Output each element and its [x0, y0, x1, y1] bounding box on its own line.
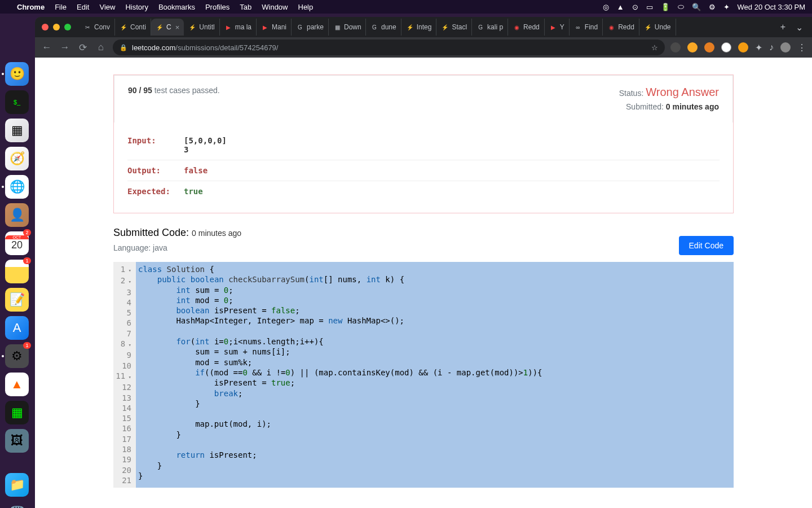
ext-icon[interactable]: [721, 42, 731, 52]
tab-label: Conti: [130, 23, 146, 31]
ext-icon[interactable]: [670, 42, 681, 52]
tab-label: Untitl: [199, 23, 214, 31]
search-icon[interactable]: 🔍: [692, 3, 701, 11]
close-window-icon[interactable]: [42, 24, 48, 30]
browser-tab[interactable]: ▦Down: [329, 19, 366, 36]
extensions-icon[interactable]: ✦: [755, 42, 762, 53]
wifi-icon[interactable]: ⬭: [678, 2, 684, 11]
tab-label: C: [166, 23, 171, 31]
kebab-menu-icon[interactable]: ⋮: [797, 42, 806, 53]
dock-trash[interactable]: 🗑️: [5, 501, 29, 508]
menu-history[interactable]: History: [125, 3, 148, 11]
menu-bookmarks[interactable]: Bookmarks: [158, 3, 195, 11]
media-icon[interactable]: ♪: [769, 42, 774, 52]
browser-tab[interactable]: ⚡Untitl: [184, 19, 219, 36]
code-editor[interactable]: 123456789101112131415161718192021 class …: [113, 262, 734, 488]
dock-notes[interactable]: 📝: [5, 288, 29, 312]
profile-icon[interactable]: [780, 42, 791, 52]
edit-code-button[interactable]: Edit Code: [679, 236, 734, 255]
dock-downloads[interactable]: 📁: [5, 473, 29, 497]
menu-help[interactable]: Help: [298, 3, 314, 11]
ext-icon[interactable]: [687, 42, 698, 52]
clock[interactable]: Wed 20 Oct 3:30 PM: [738, 3, 805, 11]
browser-tab[interactable]: ⚡Unde: [639, 19, 676, 36]
dock-settings[interactable]: ⚙1: [5, 344, 29, 368]
status-icon[interactable]: ▲: [617, 3, 624, 11]
browser-tab[interactable]: ∞Find: [570, 19, 603, 36]
browser-tab[interactable]: Gkali p: [472, 19, 508, 36]
url-input[interactable]: 🔒 leetcode.com/submissions/detail/574254…: [113, 40, 665, 55]
page-content: 90 / 95 test cases passed. Status:Wrong …: [35, 58, 812, 508]
browser-tab[interactable]: ✂Conv: [79, 19, 115, 36]
menu-tab[interactable]: Tab: [240, 3, 251, 11]
browser-tab[interactable]: ⚡Integ: [401, 19, 437, 36]
tab-label: Stacl: [452, 23, 467, 31]
tab-favicon: ⚡: [188, 23, 196, 31]
battery-icon[interactable]: 🔋: [661, 3, 670, 11]
tab-strip: ✂Conv⚡Conti⚡C×⚡Untitl▶ma la▶ManiGparke▦D…: [35, 17, 812, 37]
submitted-line: Submitted: 0 minutes ago: [619, 102, 719, 111]
tab-label: parke: [307, 23, 324, 31]
browser-tab[interactable]: ◉Redd: [508, 19, 545, 36]
language-label: Language: java: [113, 243, 241, 252]
menu-view[interactable]: View: [99, 3, 115, 11]
tab-overflow-icon[interactable]: ⌄: [791, 22, 807, 33]
menu-edit[interactable]: Edit: [77, 3, 89, 11]
new-tab-button[interactable]: +: [775, 22, 791, 32]
test-cases-passed: 90 / 95 test cases passed.: [128, 86, 220, 111]
window-controls[interactable]: [42, 24, 71, 30]
dock-vlc[interactable]: ▲: [5, 373, 29, 396]
dock-calendar[interactable]: OCT 20 2: [5, 231, 29, 255]
browser-tab[interactable]: ⚡Stacl: [436, 19, 472, 36]
dock-chrome[interactable]: 🌐: [5, 175, 29, 199]
forward-button[interactable]: →: [59, 42, 71, 53]
tab-favicon: G: [476, 23, 484, 31]
dock-safari[interactable]: 🧭: [5, 147, 29, 170]
browser-tab[interactable]: ⚡Conti: [115, 19, 151, 36]
browser-tab[interactable]: ▶ma la: [220, 19, 257, 36]
control-center-icon[interactable]: ⚙: [709, 3, 716, 11]
reload-button[interactable]: ⟳: [77, 42, 89, 54]
ext-icon[interactable]: [704, 42, 714, 52]
browser-tab[interactable]: ▶Mani: [257, 19, 292, 36]
tab-label: Y: [560, 23, 564, 31]
browser-tab[interactable]: ◉Redd: [603, 19, 639, 36]
app-name[interactable]: Chrome: [17, 3, 45, 11]
status-icon[interactable]: ◎: [603, 3, 609, 11]
menu-file[interactable]: File: [55, 3, 67, 11]
dock-appstore[interactable]: A: [5, 316, 29, 340]
menu-profiles[interactable]: Profiles: [205, 3, 230, 11]
ext-icon[interactable]: [738, 42, 748, 52]
tab-label: Unde: [655, 23, 671, 31]
browser-tab[interactable]: ▶Y: [545, 19, 570, 36]
menu-window[interactable]: Window: [262, 3, 288, 11]
dock-terminal[interactable]: $_: [5, 90, 29, 114]
maximize-window-icon[interactable]: [64, 24, 71, 30]
star-icon[interactable]: ☆: [651, 43, 658, 52]
minimize-window-icon[interactable]: [53, 24, 60, 30]
tab-favicon: ⚡: [644, 23, 652, 31]
tab-close-icon[interactable]: ×: [175, 23, 180, 32]
back-button[interactable]: ←: [41, 42, 53, 53]
extensions: ✦ ♪ ⋮: [670, 42, 806, 53]
url-text: leetcode.com/submissions/detail/57425467…: [132, 43, 278, 52]
dock-app[interactable]: ▦: [5, 401, 29, 424]
browser-tab[interactable]: Gdune: [366, 19, 401, 36]
dock-finder[interactable]: 🙂: [5, 62, 29, 86]
address-bar: ← → ⟳ ⌂ 🔒 leetcode.com/submissions/detai…: [35, 37, 812, 58]
browser-tab[interactable]: ⚡C×: [151, 19, 184, 36]
tab-favicon: ✂: [83, 23, 91, 31]
dock-preview[interactable]: 🖼: [5, 429, 29, 453]
browser-tab[interactable]: Gparke: [292, 19, 329, 36]
dock-launchpad[interactable]: ▦: [5, 119, 29, 142]
siri-icon[interactable]: ✦: [723, 3, 730, 11]
tab-favicon: ⚡: [441, 23, 449, 31]
home-button[interactable]: ⌂: [95, 42, 107, 53]
tab-label: kali p: [487, 23, 503, 31]
result-panel: 90 / 95 test cases passed. Status:Wrong …: [113, 75, 734, 213]
status-icon[interactable]: ⊙: [632, 3, 638, 11]
status-icon[interactable]: ▭: [646, 3, 653, 11]
submitted-code-title: Submitted Code: 0 minutes ago: [113, 227, 241, 239]
dock-reminders[interactable]: 1: [5, 260, 29, 283]
dock-contacts[interactable]: 👤: [5, 203, 29, 227]
